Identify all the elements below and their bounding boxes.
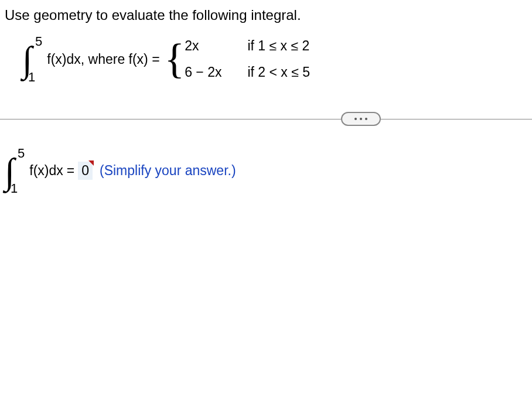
piecewise-expr-2: 6 − 2x (185, 64, 221, 80)
answer-input[interactable]: 0 (78, 162, 93, 180)
problem-formula: 5 ∫ 1 f(x)dx, where f(x) = { 2x if 1 ≤ x… (22, 35, 523, 84)
problem-prompt: Use geometry to evaluate the following i… (5, 7, 523, 23)
integral-sign-icon: ∫ (22, 46, 32, 73)
equals-sign: = (67, 163, 74, 179)
more-options-button[interactable] (341, 112, 381, 126)
integral-symbol: 5 ∫ 1 (22, 35, 42, 84)
answer-upper-limit: 5 (18, 147, 25, 160)
ellipsis-icon (365, 118, 367, 120)
left-brace-icon: { (165, 42, 185, 76)
integral-upper-limit: 5 (35, 35, 42, 48)
answer-integral-symbol: 5 ∫ 1 (5, 147, 25, 196)
ellipsis-icon (354, 118, 357, 120)
piecewise-cond-1: if 1 ≤ x ≤ 2 (247, 38, 310, 54)
integrand-text: f(x)dx, where f(x) = (47, 52, 159, 67)
integral-lower-limit: 1 (28, 71, 35, 84)
answer-equation: 5 ∫ 1 f(x)dx = 0 (Simplify your answer.) (5, 147, 532, 196)
piecewise-definition: { 2x if 1 ≤ x ≤ 2 6 − 2x if 2 < x ≤ 5 (165, 36, 310, 83)
piecewise-cond-2: if 2 < x ≤ 5 (247, 64, 310, 80)
horizontal-rule (0, 119, 532, 119)
answer-hint: (Simplify your answer.) (100, 163, 236, 179)
ellipsis-icon (360, 118, 362, 120)
piecewise-expr-1: 2x (185, 38, 221, 54)
answer-lower-limit: 1 (11, 182, 18, 195)
answer-lhs: f(x)dx (29, 163, 63, 179)
section-divider (0, 112, 532, 126)
